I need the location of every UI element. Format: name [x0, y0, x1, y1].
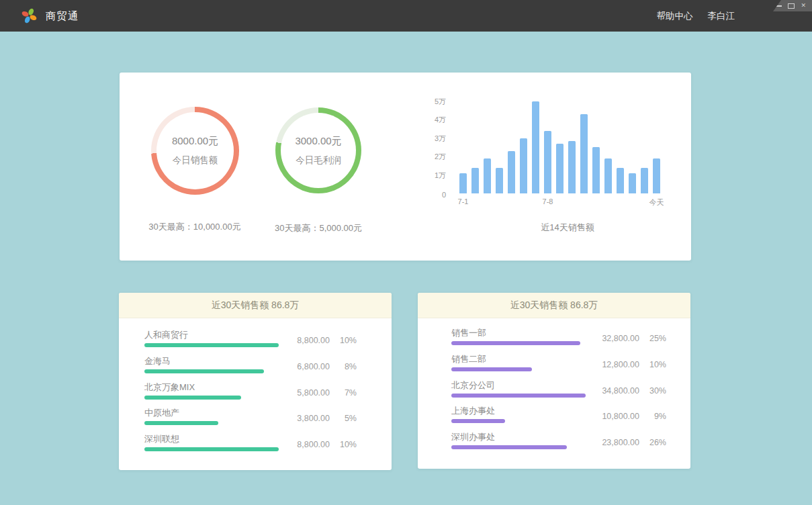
today-profit-label: 今日毛利润	[296, 154, 341, 167]
bar	[653, 158, 660, 193]
bar	[532, 101, 539, 194]
list-item-amount: 34,800.00	[590, 386, 639, 396]
list-item-values: 8,800.0010%	[280, 336, 357, 345]
list-item-progress-bar	[144, 369, 264, 373]
list-item: 北京万象MIX5,800.007%	[144, 381, 357, 407]
x-tick-label: 7-8	[543, 197, 553, 205]
list-item-progress-bar	[451, 419, 505, 423]
list-item: 销售二部12,800.0010%	[451, 353, 666, 379]
department-ranking-rows: 销售一部32,800.0025%销售二部12,800.0010%北京分公司34,…	[418, 318, 690, 457]
list-item-percent: 10%	[330, 336, 357, 345]
y-tick-label: 1万	[422, 171, 446, 181]
y-tick-label: 0	[422, 191, 446, 199]
list-item-values: 10,800.009%	[590, 412, 666, 421]
sales-bar-chart: 01万2万3万4万5万 7-17-8今天	[415, 93, 684, 227]
list-item: 深圳联想8,800.0010%	[144, 432, 357, 459]
titlebar: 商贸通 帮助中心 李白江 ✕	[0, 0, 812, 32]
today-profit-30d-max: 30天最高：5,000.00元	[244, 222, 392, 234]
window-controls: ✕	[773, 0, 812, 11]
today-sales-value: 8000.00元	[172, 135, 218, 148]
list-item-name: 中原地产	[144, 407, 179, 419]
close-icon[interactable]: ✕	[801, 3, 806, 9]
list-item-percent: 5%	[330, 414, 357, 423]
department-ranking-title: 近30天销售额 86.8万	[418, 293, 690, 318]
list-item: 金海马6,800.008%	[144, 355, 357, 381]
list-item-progress-bar	[144, 421, 218, 425]
bar	[496, 168, 503, 194]
list-item-progress-bar	[451, 394, 586, 398]
x-tick-label: 7-1	[458, 197, 469, 205]
y-tick-label: 5万	[422, 97, 446, 107]
today-profit-ring: 3000.00元 今日毛利润	[275, 107, 361, 193]
list-item-name: 销售二部	[451, 353, 486, 365]
list-item-name: 上海办事处	[451, 405, 495, 417]
list-item-amount: 12,800.00	[590, 360, 639, 369]
list-item-progress-bar	[144, 343, 279, 347]
help-center-link[interactable]: 帮助中心	[657, 10, 693, 22]
list-item-progress-bar	[144, 396, 241, 400]
list-item-name: 人和商贸行	[144, 329, 188, 341]
list-item: 北京分公司34,800.0030%	[451, 379, 666, 405]
list-item-percent: 10%	[639, 360, 666, 369]
minimize-icon[interactable]	[776, 5, 782, 7]
bar-chart-caption: 近14天销售额	[435, 222, 700, 234]
bar	[568, 141, 576, 193]
list-item: 中原地产3,800.005%	[144, 406, 357, 432]
list-item-values: 5,800.007%	[280, 388, 357, 398]
list-item-values: 34,800.0030%	[590, 386, 666, 396]
x-axis: 7-17-8今天	[459, 197, 661, 207]
bar	[508, 151, 515, 193]
bar	[556, 144, 563, 193]
customer-ranking-rows: 人和商贸行8,800.0010%金海马6,800.008%北京万象MIX5,80…	[119, 318, 392, 459]
list-item-percent: 10%	[330, 440, 357, 449]
list-item-percent: 9%	[639, 412, 666, 421]
list-item-values: 12,800.0010%	[590, 360, 666, 369]
list-item-amount: 5,800.00	[280, 388, 330, 398]
bar	[459, 173, 467, 193]
list-item-percent: 30%	[639, 386, 666, 396]
list-item-percent: 7%	[330, 388, 357, 398]
list-item-progress-bar	[451, 341, 580, 345]
customer-ranking-card: 近30天销售额 86.8万 人和商贸行8,800.0010%金海马6,800.0…	[119, 293, 392, 470]
bar	[580, 114, 588, 193]
list-item: 上海办事处10,800.009%	[451, 404, 666, 430]
list-item-values: 6,800.008%	[280, 362, 357, 371]
bar	[604, 158, 612, 193]
user-menu[interactable]: 李白江	[708, 10, 735, 22]
today-sales-ring: 8000.00元 今日销售额	[151, 107, 239, 195]
bar	[520, 138, 527, 194]
today-profit-ring-center: 3000.00元 今日毛利润	[281, 113, 356, 188]
list-item: 销售一部32,800.0025%	[451, 326, 666, 353]
summary-card: 8000.00元 今日销售额 30天最高：10,000.00元 3000.00元…	[120, 73, 691, 261]
list-item-name: 销售一部	[451, 327, 486, 339]
list-item: 深圳办事处23,800.0026%	[451, 430, 666, 457]
today-sales-ring-center: 8000.00元 今日销售额	[156, 112, 234, 189]
list-item-amount: 10,800.00	[590, 412, 639, 421]
list-item-values: 32,800.0025%	[590, 334, 666, 343]
list-item-values: 23,800.0026%	[590, 438, 666, 447]
bar	[641, 168, 648, 194]
titlebar-menu: 帮助中心 李白江	[657, 0, 735, 32]
list-item-amount: 8,800.00	[280, 440, 330, 449]
list-item-name: 北京分公司	[451, 379, 495, 392]
today-sales-label: 今日销售额	[173, 154, 218, 167]
y-tick-label: 2万	[422, 152, 446, 162]
list-item-percent: 25%	[639, 334, 666, 343]
list-item-name: 深圳联想	[144, 433, 179, 445]
customer-ranking-title: 近30天销售额 86.8万	[119, 293, 392, 318]
bar	[617, 168, 624, 194]
maximize-icon[interactable]	[788, 3, 795, 9]
list-item-values: 3,800.005%	[280, 414, 357, 423]
bar	[544, 131, 551, 194]
list-item-amount: 6,800.00	[280, 362, 330, 371]
x-tick-label: 今天	[649, 197, 664, 208]
list-item-amount: 32,800.00	[590, 334, 639, 343]
list-item-percent: 26%	[639, 438, 666, 447]
list-item-progress-bar	[144, 447, 279, 451]
today-profit-value: 3000.00元	[295, 135, 341, 148]
list-item-amount: 23,800.00	[590, 438, 639, 447]
bar	[629, 173, 636, 193]
list-item-name: 金海马	[144, 355, 171, 367]
list-item-progress-bar	[451, 367, 532, 371]
y-tick-label: 3万	[422, 134, 446, 144]
